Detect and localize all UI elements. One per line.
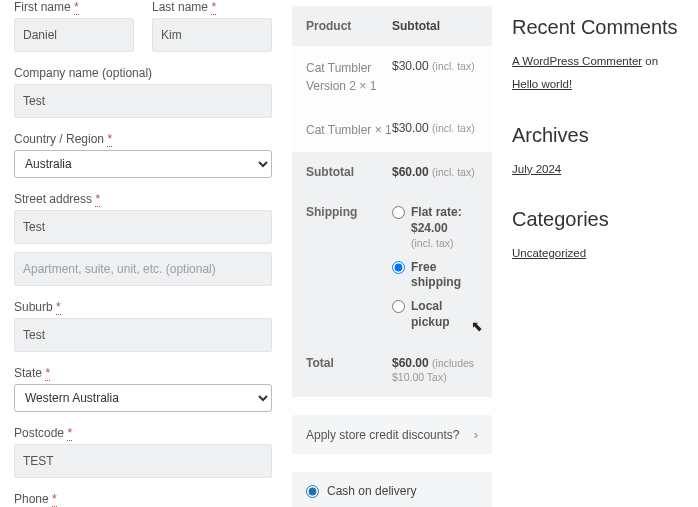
street-input-2[interactable] <box>14 252 272 286</box>
archive-link[interactable]: July 2024 <box>512 163 561 175</box>
suburb-input[interactable] <box>14 318 272 352</box>
shipping-radio-free[interactable] <box>392 261 405 274</box>
shipping-radio-local[interactable] <box>392 300 405 313</box>
archives-heading: Archives <box>512 124 684 147</box>
subtotal-label: Subtotal <box>306 165 392 179</box>
recent-comments-heading: Recent Comments <box>512 16 684 39</box>
order-head-subtotal: Subtotal <box>392 19 478 33</box>
comment-post-link[interactable]: Hello world! <box>512 78 572 90</box>
store-credit-toggle[interactable]: Apply store credit discounts? › <box>292 415 492 454</box>
order-head-product: Product <box>306 19 392 33</box>
first-name-label: First name * <box>14 0 134 14</box>
shipping-option-flat[interactable]: Flat rate: $24.00(incl. tax) <box>392 205 478 252</box>
state-label: State * <box>14 366 272 380</box>
suburb-label: Suburb * <box>14 300 272 314</box>
payment-radio-cod[interactable] <box>306 485 319 498</box>
order-summary: Product Subtotal Cat Tumbler Version 2 ×… <box>292 6 492 397</box>
street-label: Street address * <box>14 192 272 206</box>
postcode-label: Postcode * <box>14 426 272 440</box>
chevron-right-icon: › <box>474 427 478 442</box>
phone-label: Phone * <box>14 492 272 506</box>
order-item: Cat Tumbler × 1 $30.00 (incl. tax) <box>292 108 492 152</box>
country-label: Country / Region * <box>14 132 272 146</box>
last-name-label: Last name * <box>152 0 272 14</box>
state-select[interactable]: Western Australia <box>14 384 272 412</box>
street-input-1[interactable] <box>14 210 272 244</box>
order-item: Cat Tumbler Version 2 × 1 $30.00 (incl. … <box>292 46 492 108</box>
company-input[interactable] <box>14 84 272 118</box>
first-name-input[interactable] <box>14 18 134 52</box>
category-link[interactable]: Uncategorized <box>512 247 586 259</box>
shipping-option-local[interactable]: Local pickup <box>392 299 478 330</box>
postcode-input[interactable] <box>14 444 272 478</box>
total-value: $60.00 (includes $10.00 Tax) <box>392 356 478 384</box>
last-name-input[interactable] <box>152 18 272 52</box>
shipping-radio-flat[interactable] <box>392 206 405 219</box>
shipping-option-free[interactable]: Free shipping <box>392 260 478 291</box>
payment-methods: Cash on delivery Pay with cash upon deli… <box>292 472 492 507</box>
categories-heading: Categories <box>512 208 684 231</box>
commenter-link[interactable]: A WordPress Commenter <box>512 55 642 67</box>
company-label: Company name (optional) <box>14 66 272 80</box>
shipping-label: Shipping <box>306 205 392 219</box>
payment-method-label: Cash on delivery <box>327 484 416 498</box>
subtotal-value: $60.00 (incl. tax) <box>392 165 478 179</box>
total-label: Total <box>306 356 392 384</box>
country-select[interactable]: Australia <box>14 150 272 178</box>
